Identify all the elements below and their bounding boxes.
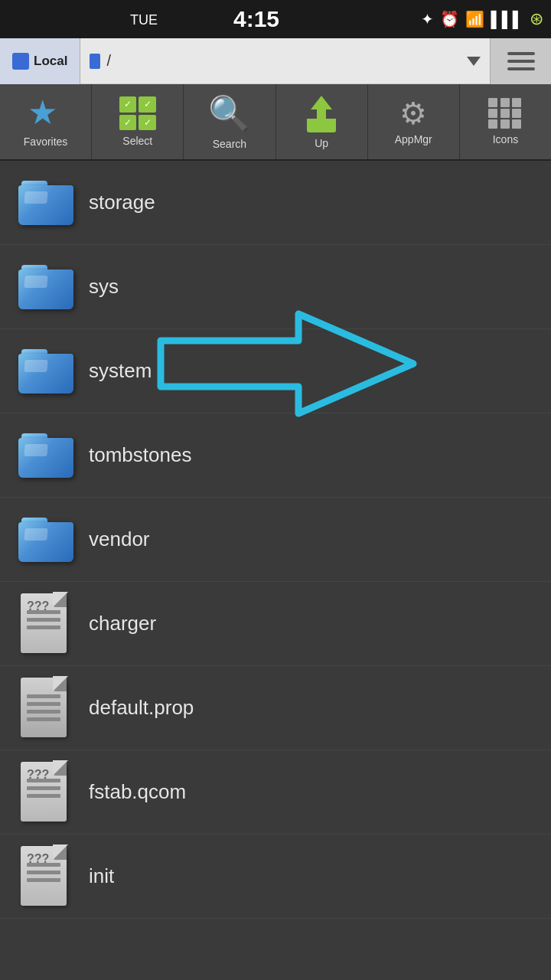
favorites-icon: ★ [28, 96, 64, 131]
bluetooth-icon: ✦ [421, 10, 434, 28]
file-name-fstab: fstab.qcom [89, 780, 186, 804]
folder-icon-system [15, 349, 77, 394]
folder-name-tombstones: tombstones [89, 443, 191, 467]
list-item[interactable]: sys [0, 245, 551, 329]
status-day: TUE [130, 12, 158, 28]
folder-name-system: system [89, 359, 152, 383]
signal-icon: ▌▌▌ [491, 11, 523, 28]
up-label: Up [315, 137, 328, 149]
file-icon-charger: ??? [15, 593, 77, 655]
svg-marker-0 [161, 314, 413, 413]
list-item[interactable]: ??? fstab.qcom [0, 750, 551, 835]
appmgr-label: AppMgr [395, 133, 432, 145]
appmgr-icon: ⚙ [399, 98, 427, 129]
icons-label: Icons [493, 133, 518, 145]
file-icon-init: ??? [15, 846, 77, 907]
menu-button[interactable] [490, 38, 551, 84]
folder-icon-sys [15, 265, 77, 309]
file-name-init: init [89, 864, 114, 888]
status-time: 4:15 [233, 6, 279, 32]
toolbar: ★ Favorites ✓ ✓ ✓ ✓ Select 🔍 Search Up ⚙… [0, 84, 551, 161]
toolbar-appmgr[interactable]: ⚙ AppMgr [368, 84, 460, 159]
select-label: Select [122, 135, 152, 147]
battery-icon: ⊛ [530, 9, 543, 29]
folder-name-vendor: vendor [89, 528, 150, 551]
toolbar-select[interactable]: ✓ ✓ ✓ ✓ Select [92, 84, 184, 159]
alarm-icon: ⏰ [440, 10, 459, 28]
select-icon: ✓ ✓ ✓ ✓ [119, 96, 156, 130]
list-item[interactable]: vendor [0, 498, 551, 582]
toolbar-search[interactable]: 🔍 Search [184, 84, 276, 159]
toolbar-icons[interactable]: Icons [460, 84, 551, 159]
folder-name-sys: sys [89, 275, 119, 299]
favorites-label: Favorites [24, 136, 68, 148]
icons-icon [488, 98, 522, 129]
list-item[interactable]: ??? charger [0, 582, 551, 666]
file-name-charger: charger [89, 612, 156, 635]
local-label: Local [34, 54, 67, 69]
wifi-icon: 📶 [465, 10, 484, 28]
file-icon-default-prop [15, 678, 77, 739]
list-item[interactable]: tombstones [0, 413, 551, 498]
folder-name-storage: storage [89, 191, 155, 214]
list-item[interactable]: default.prop [0, 666, 551, 750]
path-dropdown-arrow[interactable] [467, 57, 481, 66]
search-label: Search [213, 138, 246, 150]
path-bar[interactable]: / [80, 38, 490, 84]
status-icons: ✦ ⏰ 📶 ▌▌▌ ⊛ [421, 9, 543, 29]
list-item-system[interactable]: system [0, 329, 551, 413]
up-icon [307, 94, 336, 132]
folder-icon-vendor [15, 518, 77, 562]
status-bar: TUE 4:15 ✦ ⏰ 📶 ▌▌▌ ⊛ [0, 0, 551, 38]
local-button[interactable]: Local [0, 38, 80, 84]
list-item[interactable]: ??? init [0, 835, 551, 919]
menu-lines-icon [507, 60, 535, 63]
address-bar: Local / [0, 38, 551, 84]
toolbar-favorites[interactable]: ★ Favorites [0, 84, 92, 159]
search-icon: 🔍 [208, 93, 250, 133]
file-list: storage sys system [0, 161, 551, 980]
path-text: / [106, 52, 111, 70]
toolbar-up[interactable]: Up [276, 84, 368, 159]
folder-icon-storage [15, 181, 77, 225]
file-icon-fstab: ??? [15, 762, 77, 823]
folder-icon-tombstones [15, 433, 77, 478]
local-icon [12, 53, 29, 70]
list-item[interactable]: storage [0, 161, 551, 245]
path-phone-icon [90, 54, 100, 69]
file-name-default-prop: default.prop [89, 696, 194, 720]
